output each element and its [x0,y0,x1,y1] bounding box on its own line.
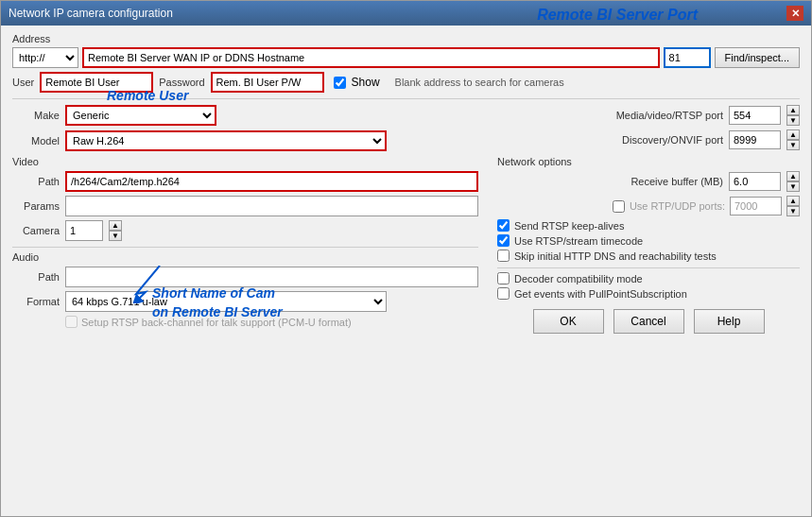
main-columns: Make Generic Model Raw H.264 Video [12,105,800,334]
show-label: Show [352,76,380,89]
model-select[interactable]: Raw H.264 [65,130,387,151]
rtsp-port-spin-up[interactable]: ▲ [786,105,800,115]
help-button[interactable]: Help [694,309,765,334]
user-row: User Password Show Blank address to sear… [12,72,800,93]
rtsp-backchannel-row: Setup RTSP back-channel for talk support… [65,316,478,328]
audio-format-label: Format [12,296,60,307]
onvif-port-input[interactable] [729,130,781,149]
rtsp-port-spin-down[interactable]: ▼ [786,115,800,126]
ok-button[interactable]: OK [533,309,604,334]
close-button[interactable]: ✕ [786,6,803,21]
video-section: Video Path Params Camera ▲ ▼ [12,156,478,241]
camera-spin-up[interactable]: ▲ [109,220,122,231]
annotation-remote-bi-server: Remote BI Server Port [537,7,698,24]
audio-format-select[interactable]: 64 kbps G.711 u-law 64 kbps G.711 a-law … [65,291,387,312]
buffer-input[interactable] [729,172,781,191]
pullpoint-row: Get events with PullPointSubscription [497,287,800,300]
buffer-spin-up[interactable]: ▲ [786,171,800,181]
dialog-content: Address http:// Find/inspect... User Pas… [1,26,811,517]
onvif-port-spinner: ▲ ▼ [786,129,800,150]
rtsp-backchannel-checkbox[interactable] [65,316,78,328]
onvif-port-spin-up[interactable]: ▲ [786,129,800,140]
camera-label: Camera [12,225,60,236]
port-input[interactable] [664,47,711,68]
address-section: Address http:// Find/inspect... User Pas… [12,33,800,93]
user-input[interactable] [40,72,153,93]
audio-label: Audio [12,247,478,263]
buffer-spinner: ▲ ▼ [786,171,800,192]
camera-input[interactable] [65,220,103,241]
params-input[interactable] [65,196,478,216]
udp-spin-up[interactable]: ▲ [786,196,800,206]
cancel-button[interactable]: Cancel [613,309,684,334]
pullpoint-checkbox[interactable] [497,287,510,300]
video-path-input[interactable] [65,171,478,192]
buffer-label: Receive buffer (MB) [631,176,723,187]
make-row: Make Generic [12,105,478,126]
send-rtsp-checkbox[interactable] [497,219,510,232]
address-label: Address [12,33,800,44]
params-label: Params [12,200,60,212]
onvif-port-spin-down[interactable]: ▼ [786,140,800,150]
decoder-row: Decoder compatibility mode [497,272,800,284]
left-column: Make Generic Model Raw H.264 Video [12,105,478,334]
model-label: Model [12,135,60,146]
onvif-port-label: Discovery/ONVIF port [622,134,723,146]
rtsp-backchannel-label: Setup RTSP back-channel for talk support… [65,316,478,328]
right-column: Media/video/RTSP port ▲ ▼ Discovery/ONVI… [497,105,800,334]
audio-section: Audio Path Format 64 kbps G.711 u-law 64… [12,247,478,328]
model-row: Model Raw H.264 [12,130,478,151]
password-input[interactable] [211,72,324,93]
use-rtsp-checkbox[interactable] [497,234,510,247]
rtsp-port-label: Media/video/RTSP port [616,110,723,121]
divider-1 [12,98,800,99]
blank-info: Blank address to search for cameras [395,77,564,88]
buffer-row: Receive buffer (MB) ▲ ▼ [497,171,800,192]
user-label: User [12,77,34,88]
audio-format-row: Format 64 kbps G.711 u-law 64 kbps G.711… [12,291,478,312]
rtsp-port-spinner: ▲ ▼ [786,105,800,126]
video-path-row: Path [12,171,478,192]
send-rtsp-row: Send RTSP keep-alives [497,219,800,232]
camera-spinner: ▲ ▼ [109,220,122,241]
make-select[interactable]: Generic [65,105,216,126]
main-window: Network IP camera configuration ✕ Remote… [0,0,812,517]
use-rtsp-row: Use RTSP/stream timecode [497,234,800,247]
skip-dns-row: Skip initial HTTP DNS and reachability t… [497,250,800,262]
use-rtsp-label: Use RTSP/stream timecode [514,235,643,247]
network-options-label: Network options [497,156,800,167]
udp-row: Use RTP/UDP ports: ▲ ▼ [497,196,800,216]
camera-row: Camera ▲ ▼ [12,220,478,241]
skip-dns-checkbox[interactable] [497,250,510,262]
video-path-label: Path [12,176,60,187]
make-label: Make [12,110,60,121]
audio-path-label: Path [12,271,60,283]
pullpoint-label: Get events with PullPointSubscription [514,288,687,300]
udp-spin-down[interactable]: ▼ [786,206,800,216]
udp-spinner: ▲ ▼ [786,196,800,216]
hostname-input[interactable] [82,47,660,68]
skip-dns-label: Skip initial HTTP DNS and reachability t… [514,250,717,262]
decoder-checkbox[interactable] [497,272,510,284]
video-label: Video [12,156,478,167]
send-rtsp-label: Send RTSP keep-alives [514,220,624,232]
audio-path-input[interactable] [65,267,478,287]
find-inspect-button[interactable]: Find/inspect... [715,47,800,68]
onvif-port-row: Discovery/ONVIF port ▲ ▼ [497,129,800,150]
window-title: Network IP camera configuration [9,7,173,20]
audio-path-row: Path [12,267,478,287]
udp-checkbox[interactable] [613,200,625,213]
protocol-select[interactable]: http:// [12,47,78,68]
show-checkbox[interactable] [334,77,346,89]
params-row: Params [12,196,478,216]
bottom-buttons: OK Cancel Help [497,309,800,334]
buffer-spin-down[interactable]: ▼ [786,181,800,192]
password-label: Password [159,77,204,88]
udp-label: Use RTP/UDP ports: [630,200,725,212]
rtsp-port-row: Media/video/RTSP port ▲ ▼ [497,105,800,126]
decoder-label: Decoder compatibility mode [514,273,643,284]
rtsp-port-input[interactable] [729,106,781,125]
camera-spin-down[interactable]: ▼ [109,231,122,241]
address-row: http:// Find/inspect... [12,47,800,68]
udp-port-input[interactable] [730,197,782,215]
